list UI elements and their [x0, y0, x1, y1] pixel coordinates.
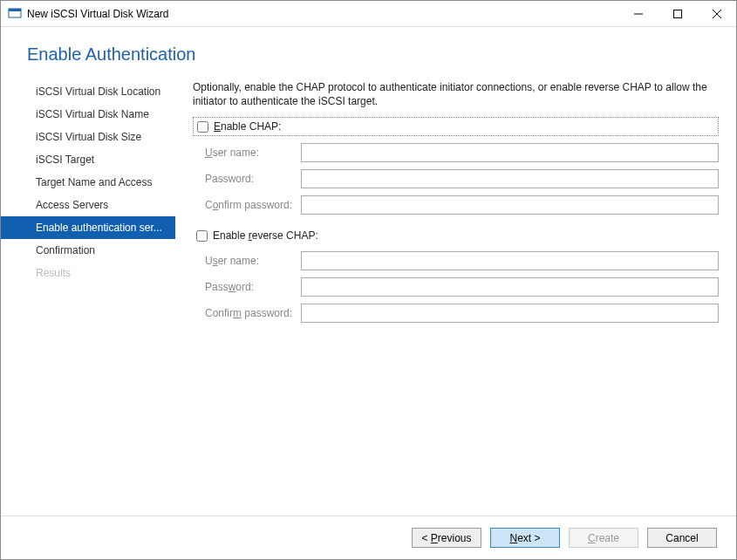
chap-username-input[interactable]	[301, 143, 719, 162]
chap-group: Enable CHAP: User name: Password: Confir…	[193, 117, 719, 215]
reverse-chap-group: Enable reverse CHAP: User name: Password…	[193, 227, 719, 323]
step-location[interactable]: iSCSI Virtual Disk Location	[1, 80, 175, 103]
chap-confirm-input[interactable]	[301, 195, 719, 215]
chap-confirm-label: Confirm password:	[205, 199, 301, 211]
step-results: Results	[1, 262, 175, 284]
body: iSCSI Virtual Disk Location iSCSI Virtua…	[1, 75, 736, 516]
chap-username-field: User name:	[205, 143, 719, 162]
step-target-name[interactable]: Target Name and Access	[1, 171, 175, 194]
reverse-username-field: User name:	[205, 251, 719, 270]
step-size[interactable]: iSCSI Virtual Disk Size	[1, 126, 175, 148]
reverse-username-input[interactable]	[301, 251, 719, 270]
reverse-confirm-input[interactable]	[301, 304, 719, 323]
enable-reverse-chap-row: Enable reverse CHAP:	[193, 227, 719, 244]
window-title: New iSCSI Virtual Disk Wizard	[27, 8, 618, 20]
titlebar: New iSCSI Virtual Disk Wizard	[1, 1, 736, 27]
chap-password-field: Password:	[205, 169, 719, 188]
cancel-button[interactable]: Cancel	[647, 528, 717, 548]
wizard-steps: iSCSI Virtual Disk Location iSCSI Virtua…	[1, 75, 175, 516]
description-text: Optionally, enable the CHAP protocol to …	[193, 80, 719, 108]
wizard-window: New iSCSI Virtual Disk Wizard Enable Aut…	[0, 0, 737, 560]
content-area: Optionally, enable the CHAP protocol to …	[175, 75, 727, 516]
chap-password-label: Password:	[205, 173, 301, 185]
reverse-password-input[interactable]	[301, 277, 719, 297]
enable-reverse-chap-checkbox[interactable]	[196, 230, 208, 242]
footer: < Previous Next > Create Cancel	[1, 516, 736, 559]
previous-button[interactable]: < Previous	[412, 528, 481, 548]
next-button[interactable]: Next >	[490, 528, 560, 548]
reverse-password-field: Password:	[205, 277, 719, 297]
close-button[interactable]	[697, 1, 736, 27]
chap-username-label: User name:	[205, 147, 301, 159]
reverse-confirm-label: Confirm password:	[205, 307, 301, 319]
svg-rect-3	[673, 10, 681, 17]
step-target[interactable]: iSCSI Target	[1, 148, 175, 171]
svg-rect-1	[9, 9, 21, 11]
step-confirmation[interactable]: Confirmation	[1, 239, 175, 262]
step-access-servers[interactable]: Access Servers	[1, 194, 175, 216]
reverse-confirm-field: Confirm password:	[205, 304, 719, 323]
create-button: Create	[569, 528, 638, 548]
enable-reverse-chap-label: Enable reverse CHAP:	[213, 229, 318, 242]
step-name[interactable]: iSCSI Virtual Disk Name	[1, 103, 175, 126]
page-header: Enable Authentication	[1, 27, 736, 75]
reverse-username-label: User name:	[205, 255, 301, 267]
page-title: Enable Authentication	[27, 44, 736, 65]
minimize-button[interactable]	[618, 1, 658, 27]
wizard-icon	[8, 7, 22, 21]
chap-password-input[interactable]	[301, 169, 719, 188]
enable-chap-label: Enable CHAP:	[214, 120, 281, 133]
enable-chap-checkbox[interactable]	[197, 121, 208, 133]
reverse-password-label: Password:	[205, 281, 301, 293]
enable-chap-row: Enable CHAP:	[193, 117, 719, 136]
chap-confirm-field: Confirm password:	[205, 195, 719, 215]
maximize-button[interactable]	[658, 1, 697, 27]
step-authentication[interactable]: Enable authentication ser...	[1, 216, 175, 239]
